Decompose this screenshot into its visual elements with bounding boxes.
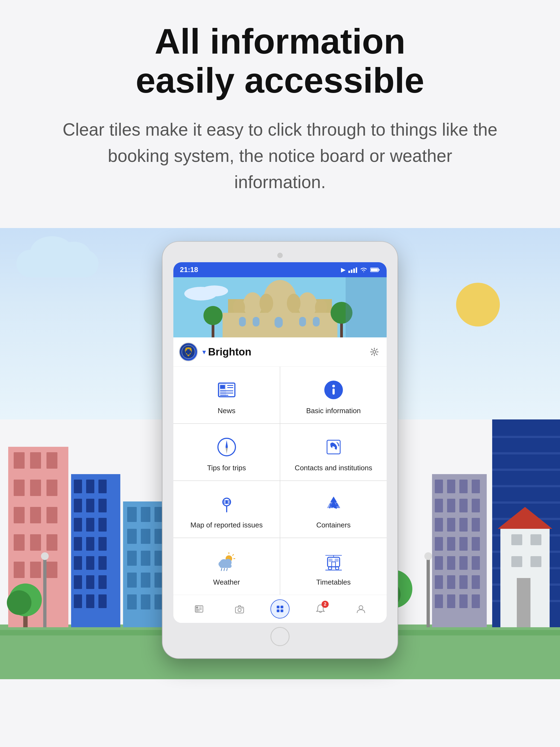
- svg-point-63: [7, 590, 31, 615]
- svg-rect-127: [378, 269, 380, 271]
- tile-weather[interactable]: Weather: [173, 538, 280, 595]
- svg-rect-67: [43, 556, 47, 627]
- battery-icon: [370, 267, 380, 272]
- tile-map-label: Map of reported issues: [190, 521, 262, 530]
- tile-weather-label: Weather: [213, 578, 240, 587]
- tile-news[interactable]: News: [173, 367, 280, 423]
- tile-map-reported-issues[interactable]: Map of reported issues: [173, 481, 280, 538]
- svg-rect-73: [472, 480, 480, 493]
- svg-rect-90: [435, 575, 443, 589]
- tile-timetables-label: Timetables: [316, 578, 351, 587]
- svg-rect-36: [98, 575, 107, 589]
- svg-point-149: [203, 306, 223, 325]
- svg-rect-91: [447, 575, 455, 589]
- svg-rect-80: [459, 518, 467, 532]
- svg-rect-82: [435, 537, 443, 551]
- tablet-camera: [277, 253, 283, 258]
- svg-marker-168: [226, 440, 228, 446]
- page-heading: All information easily accessible: [0, 22, 560, 100]
- tile-tips-for-trips[interactable]: Tips for trips: [173, 424, 280, 481]
- svg-rect-22: [74, 499, 82, 512]
- svg-rect-206: [277, 610, 279, 612]
- svg-rect-81: [472, 518, 480, 532]
- page-subtitle: Clear tiles make it easy to click throug…: [61, 117, 499, 195]
- svg-rect-46: [141, 529, 150, 544]
- svg-rect-7: [30, 480, 41, 496]
- svg-rect-92: [459, 575, 467, 589]
- svg-rect-77: [472, 499, 480, 512]
- svg-rect-113: [531, 534, 541, 545]
- hero-image: [173, 277, 387, 337]
- svg-rect-157: [220, 385, 225, 389]
- nav-profile-icon: [356, 604, 366, 614]
- tablet-home-button[interactable]: [271, 627, 289, 646]
- city-crest-icon: [179, 342, 198, 361]
- settings-button[interactable]: [367, 345, 381, 359]
- svg-rect-84: [459, 537, 467, 551]
- svg-rect-19: [74, 480, 82, 493]
- tile-tips-label: Tips for trips: [207, 464, 246, 472]
- info-icon: [321, 378, 346, 402]
- svg-rect-9: [14, 507, 25, 523]
- svg-rect-145: [313, 317, 320, 327]
- svg-rect-75: [447, 499, 455, 512]
- svg-rect-34: [74, 575, 82, 589]
- svg-rect-143: [275, 317, 283, 328]
- nav-item-profile[interactable]: [351, 599, 371, 618]
- svg-rect-161: [220, 393, 233, 393]
- svg-rect-141: [239, 317, 246, 327]
- svg-rect-37: [74, 594, 82, 608]
- tile-timetables[interactable]: Timetables: [280, 538, 387, 595]
- svg-rect-17: [47, 562, 57, 578]
- svg-rect-3: [14, 452, 25, 469]
- svg-rect-27: [98, 518, 107, 532]
- tile-contacts[interactable]: Contacts and institutions: [280, 424, 387, 481]
- svg-rect-25: [74, 518, 82, 532]
- status-icons: ▶: [341, 266, 380, 274]
- tile-news-label: News: [218, 407, 235, 415]
- nav-item-news[interactable]: [189, 599, 209, 618]
- status-time: 21:18: [180, 265, 198, 274]
- tile-containers[interactable]: Containers: [280, 481, 387, 538]
- nav-item-notifications[interactable]: 2: [311, 599, 330, 618]
- svg-rect-207: [281, 610, 283, 612]
- svg-rect-28: [74, 537, 82, 551]
- compass-icon: [214, 435, 239, 459]
- city-name-wrapper: ▾ Brighton: [202, 346, 367, 358]
- weather-icon: [214, 549, 239, 574]
- svg-rect-57: [127, 594, 137, 610]
- svg-rect-23: [86, 499, 94, 512]
- svg-rect-15: [14, 562, 25, 578]
- svg-rect-74: [435, 499, 443, 512]
- svg-rect-70: [435, 480, 443, 493]
- svg-rect-10: [30, 507, 41, 523]
- phone-screen: 21:18 ▶: [173, 262, 387, 623]
- svg-rect-124: [353, 268, 355, 273]
- tile-basic-info-label: Basic information: [306, 407, 361, 415]
- svg-point-118: [424, 552, 432, 560]
- svg-rect-30: [98, 537, 107, 551]
- svg-rect-116: [517, 578, 531, 627]
- tile-containers-label: Containers: [316, 521, 351, 530]
- svg-rect-114: [511, 556, 522, 567]
- svg-rect-186: [329, 559, 332, 562]
- nav-item-grid[interactable]: [271, 599, 289, 618]
- svg-rect-32: [86, 556, 94, 570]
- map-pin-icon: [214, 492, 239, 516]
- tile-basic-information[interactable]: Basic information: [280, 367, 387, 423]
- svg-rect-164: [332, 389, 335, 394]
- svg-marker-169: [226, 447, 228, 454]
- city-dropdown-chevron[interactable]: ▾: [202, 348, 206, 356]
- svg-rect-5: [47, 452, 57, 469]
- svg-rect-53: [127, 572, 137, 588]
- svg-rect-21: [98, 480, 107, 493]
- tram-icon: [321, 549, 346, 574]
- bottom-navigation: 2: [173, 595, 387, 623]
- nav-news-icon: [194, 604, 204, 614]
- svg-rect-89: [472, 556, 480, 570]
- signal-icon: [348, 267, 357, 273]
- nav-item-camera[interactable]: [230, 599, 249, 618]
- svg-rect-24: [98, 499, 107, 512]
- svg-rect-187: [335, 559, 338, 562]
- svg-rect-83: [447, 537, 455, 551]
